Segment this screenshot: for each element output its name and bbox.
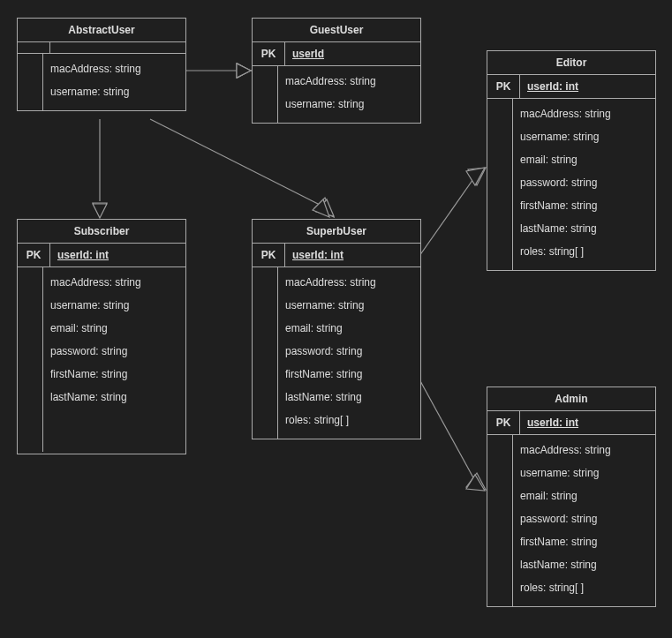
pk-value: userId: int bbox=[50, 244, 185, 266]
entity-attr: username: string bbox=[43, 80, 185, 103]
entity-attr: firstName: string bbox=[513, 194, 655, 217]
pk-value: userId: int bbox=[520, 75, 655, 98]
pk-label: PK bbox=[487, 411, 520, 434]
entity-attr: macAddress: string bbox=[278, 271, 420, 294]
pk-value: userId bbox=[285, 42, 420, 65]
entity-superb-user: SuperbUser PK userId: int macAddress: st… bbox=[252, 219, 421, 439]
entity-attr: email: string bbox=[513, 484, 655, 507]
svg-marker-12 bbox=[237, 64, 251, 78]
entity-attr: macAddress: string bbox=[513, 439, 655, 462]
svg-line-10 bbox=[419, 379, 475, 481]
entity-attrs: macAddress: string username: string emai… bbox=[513, 435, 655, 606]
entity-title: Admin bbox=[487, 387, 655, 411]
entity-subscriber: Subscriber PK userId: int macAddress: st… bbox=[17, 219, 186, 454]
entity-title: SuperbUser bbox=[253, 220, 420, 244]
svg-marker-6 bbox=[314, 198, 334, 217]
entity-title: Editor bbox=[487, 51, 655, 75]
pk-value bbox=[50, 42, 185, 53]
entity-attr: username: string bbox=[278, 294, 420, 317]
entity-attr: password: string bbox=[278, 340, 420, 363]
entity-title: Subscriber bbox=[18, 220, 185, 244]
entity-attr: email: string bbox=[278, 317, 420, 340]
entity-attr: username: string bbox=[513, 125, 655, 148]
svg-marker-11 bbox=[466, 473, 486, 490]
entity-attr: roles: string[ ] bbox=[278, 409, 420, 432]
svg-marker-14 bbox=[313, 199, 329, 217]
entity-attr: lastName: string bbox=[43, 386, 185, 409]
entity-attr: password: string bbox=[43, 340, 185, 363]
entity-attr: firstName: string bbox=[513, 530, 655, 553]
entity-attrs: macAddress: string username: string emai… bbox=[513, 99, 655, 270]
entity-attr: email: string bbox=[43, 317, 185, 340]
entity-attr: password: string bbox=[513, 507, 655, 530]
entity-attrs: macAddress: string username: string emai… bbox=[278, 267, 420, 439]
pk-label: PK bbox=[253, 42, 285, 65]
svg-marker-1 bbox=[238, 64, 250, 78]
pk-label: PK bbox=[253, 244, 285, 266]
entity-attr: lastName: string bbox=[513, 553, 655, 576]
pk-value: userId: int bbox=[520, 411, 655, 434]
entity-title: GuestUser bbox=[253, 19, 420, 42]
pk-label: PK bbox=[18, 244, 50, 266]
entity-attr: roles: string[ ] bbox=[513, 576, 655, 599]
uml-canvas: AbstractUser macAddress: string username… bbox=[0, 0, 672, 638]
entity-attr: username: string bbox=[278, 93, 420, 116]
svg-marker-7 bbox=[316, 199, 334, 216]
svg-line-8 bbox=[419, 176, 475, 256]
entity-attr: lastName: string bbox=[513, 217, 655, 240]
svg-marker-2 bbox=[237, 64, 251, 78]
entity-guest-user: GuestUser PK userId macAddress: string u… bbox=[252, 18, 421, 124]
entity-attrs: macAddress: string username: string emai… bbox=[43, 267, 185, 452]
entity-abstract-user: AbstractUser macAddress: string username… bbox=[17, 18, 186, 111]
entity-editor: Editor PK userId: int macAddress: string… bbox=[487, 50, 656, 271]
svg-marker-4 bbox=[93, 203, 107, 217]
entity-attr: username: string bbox=[513, 462, 655, 484]
entity-attr: roles: string[ ] bbox=[513, 240, 655, 263]
pk-label bbox=[18, 42, 50, 53]
entity-admin: Admin PK userId: int macAddress: string … bbox=[487, 387, 656, 607]
svg-marker-16 bbox=[466, 475, 485, 491]
entity-attr: lastName: string bbox=[278, 386, 420, 409]
pk-label: PK bbox=[487, 75, 520, 98]
entity-attr: macAddress: string bbox=[513, 102, 655, 125]
entity-attr: macAddress: string bbox=[278, 70, 420, 93]
entity-attr: macAddress: string bbox=[43, 271, 185, 294]
entity-attr: password: string bbox=[513, 171, 655, 194]
svg-marker-15 bbox=[466, 168, 485, 185]
svg-line-5 bbox=[150, 119, 320, 205]
entity-attrs: macAddress: string username: string bbox=[278, 66, 420, 123]
entity-attr: firstName: string bbox=[43, 363, 185, 386]
entity-attr: username: string bbox=[43, 294, 185, 317]
svg-marker-9 bbox=[468, 168, 486, 185]
entity-title: AbstractUser bbox=[18, 19, 185, 42]
entity-attr: firstName: string bbox=[278, 363, 420, 386]
entity-attr: macAddress: string bbox=[43, 57, 185, 80]
entity-attrs: macAddress: string username: string bbox=[43, 54, 185, 110]
svg-marker-13 bbox=[93, 204, 107, 218]
pk-value: userId: int bbox=[285, 244, 420, 266]
entity-attr: email: string bbox=[513, 148, 655, 171]
